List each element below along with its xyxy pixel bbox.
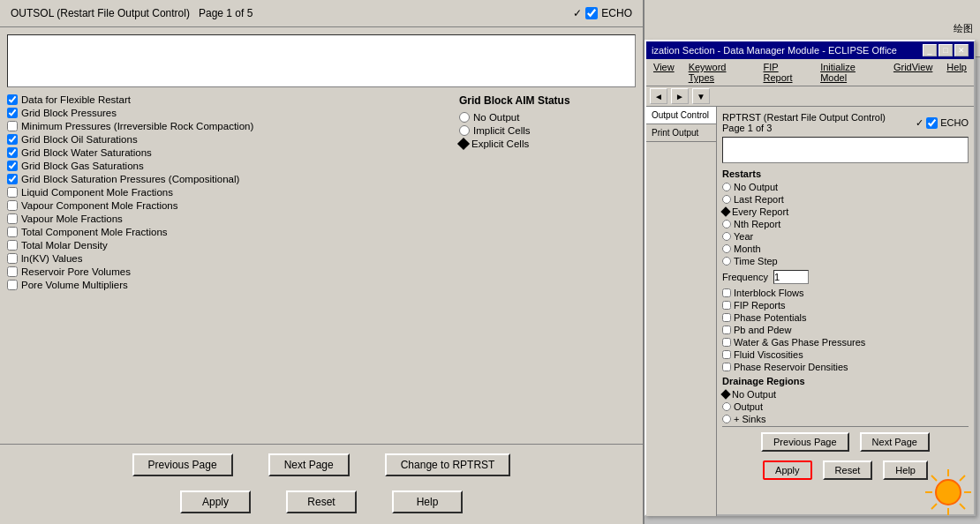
eclipse-checkbox[interactable] [722, 326, 731, 334]
small-diamond-icon [720, 389, 730, 399]
eclipse-restart-radio[interactable] [722, 244, 731, 253]
right-column-radio[interactable] [459, 125, 470, 136]
eclipse-restart-radio[interactable] [722, 183, 731, 191]
menu-gridview[interactable]: GridView [890, 61, 936, 84]
left-column-item: Minimum Pressures (Irreversible Rock Com… [7, 121, 438, 131]
menu-initialize-model[interactable]: Initialize Model [817, 61, 883, 84]
eclipse-drainage-radio[interactable] [722, 415, 731, 423]
previous-page-button[interactable]: Previous Page [132, 453, 233, 476]
eclipse-drainage-radio[interactable] [722, 402, 731, 411]
eclipse-panel-title: RPTRST (Restart File Output Control) Pag… [722, 112, 969, 133]
left-column-checkbox[interactable] [7, 227, 18, 237]
back-button[interactable]: ◄ [650, 88, 667, 104]
right-column-item-label: No Output [473, 112, 519, 123]
left-column-checkbox[interactable] [7, 108, 18, 118]
help-button[interactable]: Help [392, 490, 463, 513]
frequency-label: Frequency [722, 272, 768, 282]
eclipse-restart-radio[interactable] [722, 195, 731, 204]
columns-area: Data for Flexible RestartGrid Block Pres… [7, 94, 636, 437]
svg-line-7 [960, 475, 965, 481]
restarts-section-label: Restarts [722, 168, 969, 179]
eclipse-echo-checkbox[interactable] [926, 117, 938, 129]
left-column-checkbox[interactable] [7, 213, 18, 224]
eclipse-restart-radio[interactable] [722, 220, 731, 228]
eclipse-window: ization Section - Data Manager Module - … [645, 40, 976, 516]
eclipse-restart-radio[interactable] [722, 232, 731, 241]
eclipse-checkbox[interactable] [722, 313, 731, 322]
left-column-item: Total Component Mole Fractions [7, 227, 438, 237]
eclipse-toolbar: ◄ ► ▼ [646, 86, 974, 107]
left-column-item-label: Grid Block Oil Saturations [21, 134, 138, 145]
left-column-checkbox[interactable] [7, 94, 18, 105]
left-column-checkbox[interactable] [7, 174, 18, 184]
apply-button[interactable]: Apply [180, 490, 251, 513]
menu-view[interactable]: View [650, 61, 678, 84]
eclipse-next-page-button[interactable]: Next Page [860, 432, 930, 452]
eclipse-checkbox-label: FIP Reports [734, 300, 786, 311]
left-column-checkbox[interactable] [7, 134, 18, 145]
eclipse-drainage-diamond-item: No Output [722, 389, 969, 400]
menu-fip-report[interactable]: FIP Report [760, 61, 810, 84]
eclipse-echo-area: ✓ ECHO [916, 117, 969, 129]
left-column-item: Vapour Component Mole Fractions [7, 200, 438, 211]
left-column-checkbox[interactable] [7, 200, 18, 211]
eclipse-checkbox-item: Phase Potentials [722, 312, 969, 323]
checkmark-icon: ✓ [573, 7, 582, 19]
eclipse-restart-item-label: Year [734, 231, 753, 242]
echo-checkbox[interactable] [585, 7, 598, 19]
eclipse-checkbox[interactable] [722, 350, 731, 359]
sidebar-tab-output-control[interactable]: Output Control [646, 107, 716, 124]
right-column-item-label: Implicit Cells [473, 125, 531, 136]
bg-top-right-text: 绘图 [954, 22, 973, 35]
more-button[interactable]: ▼ [692, 88, 710, 104]
minimize-button[interactable]: _ [923, 44, 937, 56]
left-column-checkbox[interactable] [7, 266, 18, 277]
close-button[interactable]: ✕ [954, 44, 969, 56]
eclipse-restart-radio-item: Year [722, 231, 969, 242]
forward-button[interactable]: ► [671, 88, 689, 104]
maximize-button[interactable]: □ [939, 44, 953, 56]
eclipse-sidebar: Output Control Print Output [646, 107, 717, 516]
eclipse-checkbox-item: FIP Reports [722, 300, 969, 311]
eclipse-restart-item-label: No Output [734, 182, 778, 192]
eclipse-drainage-radio-item: + Sinks [722, 414, 969, 424]
change-to-rptrst-button[interactable]: Change to RPTRST [385, 453, 511, 476]
eclipse-reset-button[interactable]: Reset [823, 460, 873, 480]
eclipse-restart-diamond-item: Every Report [722, 206, 969, 217]
left-column-checkbox[interactable] [7, 187, 18, 198]
eclipse-checkbox-item: Water & Gas Phase Pressures [722, 337, 969, 348]
eclipse-menubar: View Keyword Types FIP Report Initialize… [646, 59, 974, 86]
eclipse-checkbox-label: Fluid Viscosities [734, 349, 803, 360]
reset-button[interactable]: Reset [286, 490, 357, 513]
eclipse-checkbox[interactable] [722, 338, 731, 347]
eclipse-checkbox[interactable] [722, 363, 731, 371]
left-column-checkbox[interactable] [7, 280, 18, 290]
left-column-item: Grid Block Oil Saturations [7, 134, 438, 145]
eclipse-checkbox-item: Fluid Viscosities [722, 349, 969, 360]
menu-help[interactable]: Help [943, 61, 970, 84]
frequency-input[interactable] [773, 270, 809, 284]
left-column-checkbox[interactable] [7, 121, 18, 131]
eclipse-checkbox-item: Phase Reservoir Densities [722, 362, 969, 372]
eclipse-restart-item-label: Time Step [734, 256, 778, 266]
left-column-checkbox[interactable] [7, 240, 18, 251]
eclipse-restart-radio[interactable] [722, 257, 731, 266]
left-column-item: Grid Block Gas Saturations [7, 161, 438, 171]
eclipse-checkbox[interactable] [722, 301, 731, 310]
eclipse-checkbox[interactable] [722, 288, 731, 297]
right-column-radio-item: No Output [459, 112, 636, 123]
left-column-checkbox[interactable] [7, 147, 18, 158]
left-column-checkbox[interactable] [7, 253, 18, 264]
sidebar-tab-print-output[interactable]: Print Output [646, 124, 716, 142]
menu-keyword-types[interactable]: Keyword Types [685, 61, 753, 84]
main-title: OUTSOL (Restart File Output Control) Pag… [11, 7, 253, 19]
left-column-checkbox[interactable] [7, 161, 18, 171]
bottom-apply-row: Apply Reset Help [0, 485, 643, 524]
eclipse-prev-page-button[interactable]: Previous Page [761, 432, 849, 452]
title-buttons: _ □ ✕ [923, 44, 969, 56]
eclipse-restart-radio-item: No Output [722, 182, 969, 192]
right-column-radio[interactable] [459, 112, 470, 123]
drainage-section-label: Drainage Regions [722, 376, 969, 386]
eclipse-apply-button[interactable]: Apply [763, 460, 812, 480]
next-page-button[interactable]: Next Page [268, 453, 350, 476]
